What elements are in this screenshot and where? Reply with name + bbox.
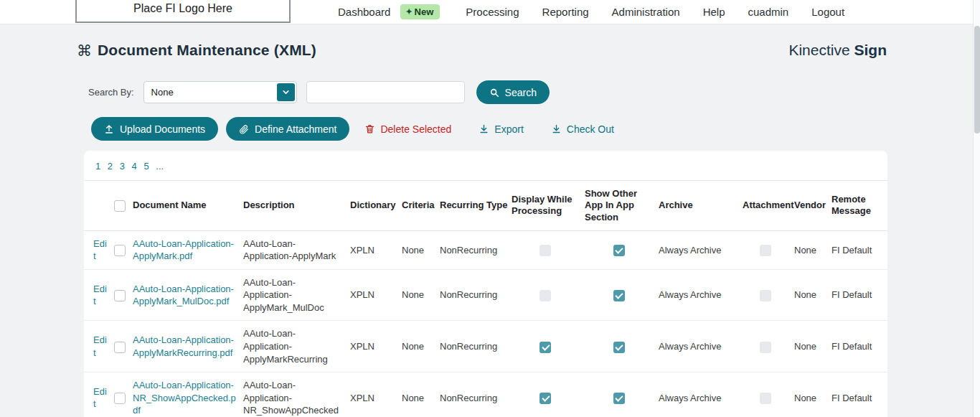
edit-link[interactable]: Edit [93,284,107,307]
chevron-down-icon[interactable] [277,83,295,101]
remote-message-cell: FI Default [831,321,887,373]
criteria-cell: None [402,230,440,269]
dictionary-cell: XPLN [350,230,402,269]
show-other-app-checkbox[interactable] [613,393,625,404]
row-checkbox[interactable] [114,393,126,404]
archive-cell: Always Archive [659,373,743,417]
row-checkbox[interactable] [114,342,126,353]
table-row: Edit AAuto-Loan-Application-ApplyMark.pd… [84,230,887,269]
table-row: Edit AAuto-Loan-Application-NR_ShowAppCh… [84,373,887,417]
search-by-select[interactable]: None [143,81,297,103]
dictionary-cell: XPLN [350,269,402,321]
select-all-header [114,181,133,231]
documents-card: 1 2 3 4 5 ... Document Name Description … [84,151,887,417]
display-while-processing-checkbox[interactable] [540,245,551,256]
edit-link[interactable]: Edit [93,386,107,410]
search-button[interactable]: Search [476,80,550,104]
col-display-while-processing: Display While Processing [512,181,585,231]
display-while-processing-checkbox[interactable] [540,393,551,404]
page-link-1[interactable]: 1 [95,161,100,172]
vendor-cell: None [794,373,831,417]
edit-column-header [84,181,114,231]
check-out-icon [551,123,562,134]
nav-dashboard[interactable]: Dashboard [338,6,390,18]
display-while-processing-checkbox[interactable] [540,342,551,353]
col-remote-message: Remote Message [831,181,887,231]
edit-link[interactable]: Edit [93,334,107,358]
nav-logout[interactable]: Logout [811,6,844,18]
documents-table: Document Name Description Dictionary Cri… [84,180,887,417]
remote-message-cell: FI Default [831,373,887,417]
page-link-3[interactable]: 3 [120,161,125,172]
brand-suffix: Sign [854,42,887,58]
check-out-button[interactable]: Check Out [551,123,614,135]
upload-documents-button[interactable]: Upload Documents [91,117,218,141]
search-row: Search By: None Search [88,80,980,104]
export-button[interactable]: Export [479,123,523,135]
top-header: Place FI Logo Here Dashboard ✦ New Proce… [0,0,980,24]
table-header-row: Document Name Description Dictionary Cri… [84,181,887,231]
main-nav: Dashboard ✦ New Processing Reporting Adm… [338,4,867,19]
delete-selected-button[interactable]: Delete Selected [364,123,451,135]
page-link-4[interactable]: 4 [132,161,137,172]
nav-processing[interactable]: Processing [466,6,519,18]
trash-icon [364,123,375,134]
page-title: ⌘ Document Maintenance (XML) [77,42,316,59]
vendor-cell: None [794,321,831,373]
new-badge: ✦ New [400,4,440,19]
nav-reporting[interactable]: Reporting [542,6,589,18]
col-show-other-app: Show Other App In App Section [585,181,659,231]
show-other-app-checkbox[interactable] [613,245,625,256]
page-link-more[interactable]: ... [156,161,164,172]
archive-cell: Always Archive [659,321,743,373]
dictionary-cell: XPLN [350,321,402,373]
criteria-cell: None [402,321,440,373]
scrollbar-thumb[interactable] [974,26,980,133]
search-by-selected-value: None [144,87,174,98]
col-document-name: Document Name [133,181,243,231]
row-checkbox[interactable] [114,290,126,301]
document-name-link[interactable]: AAuto-Loan-Application-NR_ShowAppChecked… [133,380,236,416]
nav-cuadmin[interactable]: cuadmin [748,6,789,18]
description-cell: AAuto-Loan-Application-ApplyMarkRecurrin… [243,321,350,373]
brand-name: Kinective [788,42,849,58]
display-while-processing-checkbox[interactable] [540,290,551,301]
show-other-app-checkbox[interactable] [613,342,625,353]
col-vendor: Vendor [794,181,831,231]
check-out-label: Check Out [567,123,614,135]
kinective-sign-logo: Kinective Sign [788,42,887,59]
recurring-type-cell: NonRecurring [440,269,512,321]
table-row: Edit AAuto-Loan-Application-ApplyMarkRec… [84,321,887,373]
attachment-checkbox[interactable] [760,245,771,256]
document-name-link[interactable]: AAuto-Loan-Application-ApplyMarkRecurrin… [133,334,234,358]
nav-administration[interactable]: Administration [612,6,680,18]
page-link-2[interactable]: 2 [108,161,113,172]
fi-logo-text: Place FI Logo Here [133,2,232,15]
criteria-cell: None [402,373,440,417]
remote-message-cell: FI Default [831,230,887,269]
remote-message-cell: FI Default [831,269,887,321]
attachment-checkbox[interactable] [760,342,771,353]
document-name-link[interactable]: AAuto-Loan-Application-ApplyMark_MulDoc.… [133,284,234,307]
export-label: Export [494,123,523,135]
show-other-app-checkbox[interactable] [613,290,625,301]
recurring-type-cell: NonRecurring [440,230,512,269]
edit-link[interactable]: Edit [93,238,107,262]
nav-help[interactable]: Help [703,6,725,18]
new-badge-label: New [415,6,434,17]
document-name-link[interactable]: AAuto-Loan-Application-ApplyMark.pdf [133,238,234,262]
attachment-checkbox[interactable] [760,290,771,301]
col-recurring-type: Recurring Type [440,181,512,231]
recurring-type-cell: NonRecurring [440,321,512,373]
define-attachment-button[interactable]: Define Attachment [226,117,349,141]
upload-icon [104,124,114,134]
page-link-5[interactable]: 5 [143,161,149,172]
attachment-checkbox[interactable] [760,393,771,404]
toolbar: Upload Documents Define Attachment Delet… [91,117,980,141]
search-input[interactable] [306,81,465,103]
col-dictionary: Dictionary [350,181,402,231]
vertical-scrollbar[interactable] [973,0,980,417]
row-checkbox[interactable] [114,245,126,256]
search-button-label: Search [505,87,537,98]
select-all-checkbox[interactable] [114,200,126,212]
